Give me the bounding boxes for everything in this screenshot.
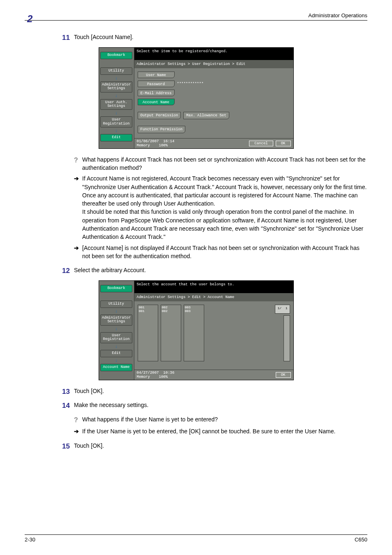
note-text: If the User Name is yet to be entered, t… bbox=[82, 427, 367, 435]
user-name-button[interactable]: User Name bbox=[138, 72, 175, 78]
sidebar-bookmark[interactable]: Bookmark bbox=[100, 52, 132, 59]
step-text: Touch [Account Name]. bbox=[74, 33, 367, 43]
status-time: 16:14 bbox=[163, 139, 174, 143]
step-text: Make the necessary settings. bbox=[74, 401, 367, 411]
step-number: 14 bbox=[58, 401, 74, 411]
sidebar-utility[interactable]: Utility bbox=[100, 67, 132, 75]
note-question-1: ? What happens if Account Track has not … bbox=[74, 155, 367, 172]
page-number: 2-30 bbox=[25, 536, 35, 543]
account-item-001[interactable]: 001001 bbox=[138, 305, 158, 361]
page-footer: 2-30 C650 bbox=[25, 534, 367, 543]
status-memory-pct: 100% bbox=[159, 143, 168, 148]
scrollbar[interactable] bbox=[284, 315, 290, 361]
step-15: 15 Touch [OK]. bbox=[58, 442, 367, 452]
lcd-panel-edit: Bookmark Utility ↓ Administrator Setting… bbox=[99, 47, 294, 149]
status-date: 01/06/2007 bbox=[137, 139, 159, 143]
page-indicator: 1/ 1 bbox=[275, 305, 290, 314]
account-name-button[interactable]: Account Name bbox=[138, 99, 175, 105]
note-answer-1a: ➔ If Account Name is not registered, Acc… bbox=[74, 174, 367, 241]
note-answer-1b: ➔ [Account Name] is not displayed if Acc… bbox=[74, 244, 367, 261]
breadcrumb: Administrator Settings > User Registrati… bbox=[134, 60, 293, 68]
step-text: Touch [OK]. bbox=[74, 387, 367, 397]
sidebar-account-name[interactable]: Account Name bbox=[100, 364, 132, 371]
note-question-2: ? What happens if the User Name is yet t… bbox=[74, 415, 367, 425]
note-text: What happens if Account Track has not be… bbox=[82, 155, 367, 172]
panel-sidebar: Bookmark Utility ↓ Administrator Setting… bbox=[99, 281, 134, 380]
step-number: 12 bbox=[58, 266, 74, 276]
sidebar-user-registration[interactable]: User Registration bbox=[100, 116, 132, 127]
note-answer-2: ➔ If the User Name is yet to be entered,… bbox=[74, 427, 367, 435]
sidebar-user-auth[interactable]: User Auth. Settings bbox=[100, 99, 132, 110]
ok-button[interactable]: OK bbox=[276, 372, 291, 378]
account-item-003[interactable]: 003003 bbox=[184, 305, 204, 361]
step-12: 12 Select the arbitrary Account. bbox=[58, 266, 367, 276]
sidebar-edit[interactable]: Edit bbox=[100, 350, 132, 357]
arrow-icon: ➔ bbox=[74, 427, 82, 435]
down-arrow-icon: ↓ bbox=[115, 358, 118, 363]
breadcrumb: Administrator Settings > Edit > Account … bbox=[134, 293, 293, 301]
sidebar-user-registration[interactable]: User Registration bbox=[100, 332, 132, 343]
status-memory-label: Memory bbox=[137, 375, 150, 379]
model-number: C650 bbox=[355, 536, 367, 543]
account-item-002[interactable]: 002002 bbox=[161, 305, 181, 361]
sidebar-admin-settings[interactable]: Administrator Settings bbox=[100, 314, 132, 326]
status-time: 10:36 bbox=[163, 371, 174, 375]
max-allowance-button[interactable]: Max. Allowance Set bbox=[183, 112, 229, 119]
email-button[interactable]: E-Mail Address bbox=[138, 90, 175, 96]
panel-sidebar: Bookmark Utility ↓ Administrator Setting… bbox=[99, 48, 134, 148]
note-text: If Account Name is not registered, Accou… bbox=[82, 174, 367, 241]
step-number: 15 bbox=[58, 442, 74, 452]
function-permission-button[interactable]: Function Permission bbox=[138, 126, 186, 133]
step-number: 11 bbox=[58, 33, 74, 43]
down-arrow-icon: ↓ bbox=[115, 93, 118, 98]
arrow-icon: ➔ bbox=[74, 244, 82, 261]
note-text: [Account Name] is not displayed if Accou… bbox=[82, 244, 367, 261]
password-button[interactable]: Password bbox=[138, 81, 175, 87]
question-icon: ? bbox=[74, 155, 82, 172]
sidebar-admin-settings[interactable]: Administrator Settings bbox=[100, 81, 132, 92]
step-13: 13 Touch [OK]. bbox=[58, 387, 367, 397]
output-permission-button[interactable]: Output Permission bbox=[138, 112, 181, 119]
panel-title: Select the account that the user belongs… bbox=[134, 281, 293, 293]
sidebar-edit[interactable]: Edit bbox=[100, 134, 132, 141]
down-arrow-icon: ↓ bbox=[115, 111, 118, 116]
cancel-button[interactable]: Cancel bbox=[249, 141, 273, 146]
down-arrow-icon: ↓ bbox=[115, 309, 118, 314]
down-arrow-icon: ↓ bbox=[115, 344, 118, 349]
password-value: ************ bbox=[177, 82, 204, 86]
status-memory-pct: 100% bbox=[159, 375, 168, 379]
step-11: 11 Touch [Account Name]. bbox=[58, 33, 367, 43]
down-arrow-icon: ↓ bbox=[115, 326, 118, 331]
page-header: Administrator Operations bbox=[25, 12, 367, 21]
down-arrow-icon: ↓ bbox=[115, 128, 118, 133]
panel-title: Select the item to be registered/changed… bbox=[134, 48, 293, 60]
sidebar-bookmark[interactable]: Bookmark bbox=[100, 285, 132, 292]
question-icon: ? bbox=[74, 415, 82, 425]
sidebar-utility[interactable]: Utility bbox=[100, 301, 132, 308]
down-arrow-icon: ↓ bbox=[115, 76, 118, 81]
lcd-panel-account: Bookmark Utility ↓ Administrator Setting… bbox=[99, 280, 294, 380]
step-number: 13 bbox=[58, 387, 74, 397]
note-text: What happens if the User Name is yet to … bbox=[82, 415, 367, 425]
step-14: 14 Make the necessary settings. bbox=[58, 401, 367, 411]
ok-button[interactable]: OK bbox=[276, 141, 291, 146]
arrow-icon: ➔ bbox=[74, 174, 82, 241]
status-memory-label: Memory bbox=[137, 143, 150, 148]
step-text: Touch [OK]. bbox=[74, 442, 367, 452]
step-text: Select the arbitrary Account. bbox=[74, 266, 367, 276]
status-date: 04/27/2007 bbox=[137, 371, 159, 375]
chapter-number: 2 bbox=[27, 13, 32, 25]
